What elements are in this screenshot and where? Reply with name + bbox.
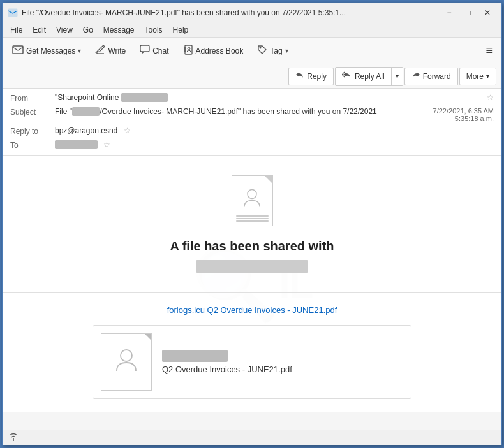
email-content: 🔍 IL xyxy=(3,155,501,412)
svg-point-8 xyxy=(188,47,190,50)
menubar: File Edit View Go Message Tools Help xyxy=(3,22,501,38)
reply-label: Reply xyxy=(307,72,327,81)
write-button[interactable]: Write xyxy=(89,41,131,60)
write-label: Write xyxy=(108,47,126,55)
from-text: "Sharepoint Online xyxy=(55,93,119,102)
window-title: File "/Overdue Invoices- MARCH-JUNE21.pd… xyxy=(22,8,440,17)
chat-label: Chat xyxy=(152,47,168,55)
subject-date: 7/22/2021, 6:35 AM 5:35:18 a.m. xyxy=(427,107,494,122)
write-icon xyxy=(95,45,105,57)
action-bar: Reply Reply All ▾ For xyxy=(3,64,501,89)
subject-blurred xyxy=(72,107,100,116)
reply-to-label: Reply to xyxy=(10,126,55,136)
reply-all-label: Reply All xyxy=(355,72,385,81)
from-row: From "Sharepoint Online ☆ xyxy=(3,91,501,105)
file-line-2 xyxy=(236,218,269,219)
more-dropdown-icon: ▾ xyxy=(486,73,489,80)
from-value: "Sharepoint Online xyxy=(55,93,483,102)
file-card-filename: Q2 Overdue Invoices - JUNE21.pdf xyxy=(162,365,292,374)
svg-point-10 xyxy=(248,190,256,199)
wifi-icon xyxy=(8,432,19,443)
address-book-button[interactable]: Address Book xyxy=(177,41,249,60)
forward-button[interactable]: Forward xyxy=(404,68,458,85)
file-shared-email xyxy=(196,260,308,273)
menu-help[interactable]: Help xyxy=(168,24,194,36)
svg-rect-0 xyxy=(8,9,17,17)
file-shared-title: A file has been shared with xyxy=(170,239,334,254)
svg-point-9 xyxy=(260,47,262,49)
to-label: To xyxy=(10,140,55,150)
menu-hamburger-button[interactable]: ≡ xyxy=(480,41,498,60)
titlebar: File "/Overdue Invoices- MARCH-JUNE21.pd… xyxy=(3,3,501,22)
svg-rect-3 xyxy=(140,45,149,52)
get-messages-label: Get Messages xyxy=(26,47,75,55)
subject-row: Subject File " /Overdue Invoices- MARCH-… xyxy=(3,105,501,124)
chat-button[interactable]: Chat xyxy=(134,41,174,60)
to-star[interactable]: ☆ xyxy=(103,140,110,149)
menu-view[interactable]: View xyxy=(51,24,78,36)
file-shared-email-blurred xyxy=(196,260,308,273)
to-value: ☆ xyxy=(55,140,494,149)
more-label: More xyxy=(466,72,484,81)
reply-all-button[interactable]: Reply All xyxy=(336,68,392,85)
reply-to-star[interactable]: ☆ xyxy=(124,126,131,135)
reply-all-dropdown-button[interactable]: ▾ xyxy=(392,68,403,85)
tag-icon xyxy=(257,45,267,57)
file-line-3 xyxy=(236,220,269,222)
file-card-person-icon xyxy=(114,347,139,378)
get-messages-button[interactable]: Get Messages ▾ xyxy=(6,41,87,60)
from-star[interactable]: ☆ xyxy=(487,93,494,102)
reply-to-row: Reply to bpz@aragon.esnd ☆ xyxy=(3,124,501,138)
subject-text-middle: /Overdue Invoices- MARCH-JUNE21.pdf" has… xyxy=(100,107,377,116)
file-card-icon xyxy=(101,333,152,391)
app-icon xyxy=(8,8,18,18)
forward-label: Forward xyxy=(423,72,451,81)
file-card-name-row xyxy=(162,350,292,362)
menu-tools[interactable]: Tools xyxy=(140,24,168,36)
toolbar: Get Messages ▾ Write Chat xyxy=(3,38,501,64)
file-icon-lines xyxy=(236,215,269,222)
file-shared-section: A file has been shared with xyxy=(3,156,501,293)
menu-message[interactable]: Message xyxy=(98,24,140,36)
window-controls: − □ ✕ xyxy=(440,6,496,20)
to-row: To ☆ xyxy=(3,138,501,152)
date-value: 7/22/2021, 6:35 AM xyxy=(433,107,494,115)
chat-icon xyxy=(140,45,150,57)
link-text[interactable]: forlogs.icu Q2 Overdue Invoices - JUNE21… xyxy=(16,305,488,315)
tag-button[interactable]: Tag ▾ xyxy=(251,41,293,60)
more-button[interactable]: More ▾ xyxy=(459,68,496,85)
reply-to-text: bpz@aragon.esnd xyxy=(55,126,117,135)
email-body: 🔍 IL xyxy=(3,155,501,430)
reply-button[interactable]: Reply xyxy=(288,68,334,85)
address-book-icon xyxy=(183,45,193,57)
svg-rect-1 xyxy=(13,46,23,54)
reply-icon xyxy=(295,71,304,81)
tag-dropdown-icon[interactable]: ▾ xyxy=(285,47,288,54)
file-card-info: Q2 Overdue Invoices - JUNE21.pdf xyxy=(162,350,292,374)
from-blurred xyxy=(121,93,168,102)
reply-all-icon xyxy=(342,71,352,81)
file-icon-large xyxy=(232,175,273,226)
reply-to-value: bpz@aragon.esnd ☆ xyxy=(55,126,494,135)
maximize-button[interactable]: □ xyxy=(459,6,477,20)
reply-all-dropdown-icon: ▾ xyxy=(396,73,399,80)
tag-label: Tag xyxy=(270,47,282,55)
email-headers: From "Sharepoint Online ☆ Subject File "… xyxy=(3,89,501,155)
to-blurred xyxy=(55,140,98,149)
from-label: From xyxy=(10,93,55,103)
status-bar xyxy=(3,430,501,445)
minimize-button[interactable]: − xyxy=(440,6,458,20)
close-button[interactable]: ✕ xyxy=(478,6,496,20)
file-attachment-card[interactable]: Q2 Overdue Invoices - JUNE21.pdf xyxy=(93,325,411,399)
subject-label: Subject xyxy=(10,107,55,117)
forward-icon xyxy=(411,71,420,81)
svg-point-11 xyxy=(121,350,132,361)
get-messages-dropdown-icon[interactable]: ▾ xyxy=(78,47,81,54)
menu-file[interactable]: File xyxy=(5,24,27,36)
file-line-1 xyxy=(236,215,269,217)
time-value: 5:35:18 a.m. xyxy=(433,115,494,122)
subject-value: File " /Overdue Invoices- MARCH-JUNE21.p… xyxy=(55,107,427,116)
menu-go[interactable]: Go xyxy=(78,24,98,36)
menu-edit[interactable]: Edit xyxy=(27,24,51,36)
link-section: forlogs.icu Q2 Overdue Invoices - JUNE21… xyxy=(3,293,501,412)
